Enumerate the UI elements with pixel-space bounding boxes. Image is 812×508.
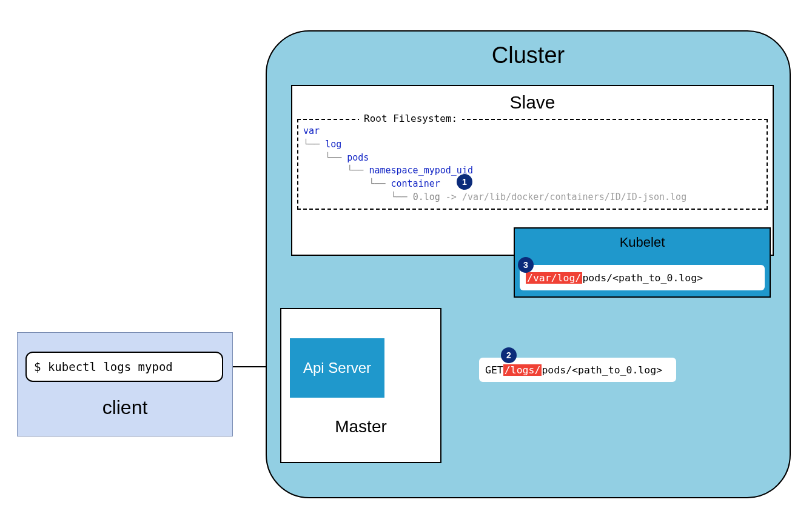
dir-log: log: [325, 139, 341, 150]
api-server-label: Api Server: [303, 359, 371, 376]
step-badge-1: 1: [457, 174, 472, 190]
cluster-title: Cluster: [267, 42, 790, 69]
dir-namespace: namespace_mypod_uid: [369, 165, 473, 176]
slave-title: Slave: [292, 92, 773, 113]
kubectl-command-text: $ kubectl logs mypod: [34, 360, 173, 373]
dir-var: var: [303, 125, 320, 136]
kubelet-title: Kubelet: [515, 235, 770, 250]
kubelet-path-rest: pods/<path_to_0.log>: [582, 272, 703, 284]
http-path-rest: pods/<path_to_0.log>: [542, 364, 662, 376]
api-server-box: Api Server: [290, 338, 384, 398]
dir-pods: pods: [347, 152, 369, 163]
step-badge-3: 3: [518, 257, 534, 273]
root-filesystem-box: Root Filesystem: var └── log └── pods └─…: [297, 119, 768, 210]
kubectl-command-box: $ kubectl logs mypod: [25, 352, 223, 382]
dir-container: container: [391, 178, 440, 189]
client-title: client: [17, 396, 233, 419]
step-badge-2: 2: [501, 347, 517, 363]
filesystem-tree: var └── log └── pods └── namespace_mypod…: [303, 125, 764, 204]
client-box: [17, 332, 233, 436]
root-filesystem-legend: Root Filesystem:: [359, 113, 462, 124]
http-method: GET: [485, 364, 503, 376]
symlink-target: -> /var/lib/docker/containers/ID/ID-json…: [440, 192, 686, 202]
kubelet-path-box: /var/log/pods/<path_to_0.log>: [520, 265, 765, 290]
file-0-log: 0.log: [413, 192, 440, 202]
kubelet-path-highlight: /var/log/: [526, 272, 582, 284]
master-title: Master: [280, 417, 441, 436]
http-path-highlight: /logs/: [503, 364, 542, 376]
kubelet-box: Kubelet /var/log/pods/<path_to_0.log>: [514, 227, 771, 298]
